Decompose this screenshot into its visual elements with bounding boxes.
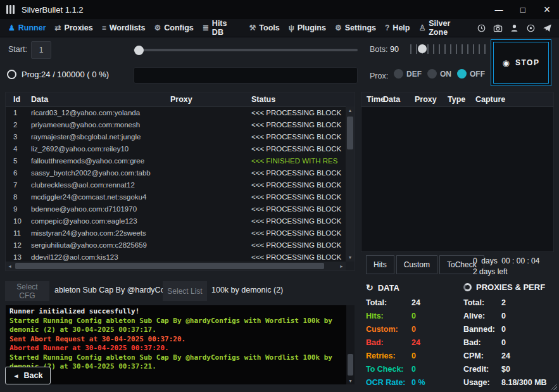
table-row[interactable]: 1 ricard03_12@yahoo.com:yolanda <<< PROC… <box>6 106 346 118</box>
data-table-header: Id Data Proxy Status <box>6 92 355 107</box>
row-id: 13 <box>6 253 31 261</box>
data-stats-list: Total: 24 Hits: 0 Custom: 0 Bad: 24 Retr… <box>366 296 462 389</box>
table-row[interactable]: 8 mcdiggler24@comcast.net:ssgoku4 <<< PR… <box>6 191 346 203</box>
row-id: 6 <box>6 169 31 177</box>
data-table-body: 1 ricard03_12@yahoo.com:yolanda <<< PROC… <box>6 106 346 262</box>
radio-icon <box>457 69 467 79</box>
record-icon: ◉ <box>503 58 510 68</box>
row-id: 4 <box>6 145 31 153</box>
nav-item-configs[interactable]: ⚙ Configs <box>150 19 198 37</box>
select-list-button[interactable]: Select List <box>163 281 207 301</box>
bots-slider-handle[interactable] <box>418 44 427 53</box>
prox-label: Prox: <box>370 72 388 80</box>
row-status: <<< PROCESSING BLOCK <box>251 193 346 201</box>
table-row[interactable]: 2 priyameenu@yahoo.com:monesh <<< PROCES… <box>6 118 346 130</box>
row-status: <<< PROCESSING BLOCK <box>251 241 346 249</box>
nav-item-settings[interactable]: ⚙ Settings <box>330 19 380 37</box>
log-line: Aborted Runner at 30-04-2025 00:37:20. <box>9 344 343 353</box>
minimize-button[interactable]: — <box>487 0 511 19</box>
prox-on-radio[interactable]: ON <box>427 69 451 79</box>
nav-item-proxies[interactable]: ⇄ Proxies <box>51 19 97 37</box>
stat-label: OCR Rate: <box>366 378 411 387</box>
hits-tabs: Hits Custom ToCheck <box>366 255 484 274</box>
table-row[interactable]: 4 liz_2692@yahoo.com:reiley10 <<< PROCES… <box>6 142 346 155</box>
stop-button[interactable]: ◉ STOP <box>493 42 549 84</box>
scroll-right-icon[interactable]: ► <box>337 262 346 270</box>
stat-label: Credit: <box>463 365 501 374</box>
table-row[interactable]: 7 clubreckless@aol.com:rennat12 <<< PROC… <box>6 179 346 191</box>
start-label: Start: <box>8 45 27 54</box>
row-status: <<< PROCESSING BLOCK <box>251 121 346 129</box>
hits-table: Time Data Proxy Type Capture <box>361 92 554 252</box>
stat-label: To Check: <box>366 365 411 374</box>
horizontal-scroll-thumb[interactable] <box>15 263 324 269</box>
nav-item-runner[interactable]: ♟ Runner <box>4 19 51 37</box>
log-scroll-thumb[interactable] <box>348 354 353 376</box>
nav-item-help[interactable]: ? Help <box>380 19 414 37</box>
scroll-up-icon[interactable]: ▲ <box>346 106 355 115</box>
main-slider-track[interactable] <box>134 49 358 51</box>
horizontal-scrollbar[interactable]: ◄ ► <box>6 262 346 270</box>
nav-item-wordlists[interactable]: ≡ Wordlists <box>97 19 150 37</box>
table-row[interactable]: 10 compepic@yahoo.com:eagle123 <<< PROCE… <box>6 215 346 227</box>
nav-item-plugins[interactable]: ψ Plugins <box>284 19 330 37</box>
main-slider-handle[interactable] <box>134 46 144 55</box>
perf-stats-header: PROXIES & PERF <box>463 282 545 292</box>
camera-icon[interactable] <box>492 22 503 34</box>
start-input[interactable] <box>31 41 51 59</box>
table-row[interactable]: 12 sergiuhiliuta@yahoo.com:c2825659 <<< … <box>6 239 346 251</box>
tab-hits[interactable]: Hits <box>366 255 394 274</box>
stat-label: CPM: <box>463 351 501 360</box>
row-data: mcdiggler24@comcast.net:ssgoku4 <box>31 193 170 201</box>
stat-value: 0 <box>411 325 416 334</box>
user-icon[interactable] <box>508 22 520 34</box>
stat-label: Usage: <box>463 378 501 387</box>
log-scrollbar[interactable]: ▼ <box>346 305 355 384</box>
prox-radio-label: OFF <box>470 70 485 79</box>
window-controls: — □ × <box>487 0 559 19</box>
row-id: 9 <box>6 205 31 213</box>
nav-item-label: Hits DB <box>212 19 241 37</box>
row-data: sassy_byotch2002@yahoo.com:tabb <box>31 169 170 177</box>
table-row[interactable]: 6 sassy_byotch2002@yahoo.com:tabb <<< PR… <box>6 167 346 179</box>
data-stats-title: DATA <box>378 283 399 293</box>
scroll-down-icon[interactable]: ▼ <box>346 377 355 384</box>
history-icon[interactable] <box>475 22 487 34</box>
vertical-scrollbar[interactable]: ▲ ▼ <box>346 106 355 262</box>
menu-icon[interactable] <box>6 5 15 14</box>
stat-row: To Check: 0 <box>366 362 462 376</box>
table-row[interactable]: 11 misstyran24@yahoo.com:22sweets <<< PR… <box>6 227 346 239</box>
prox-def-radio[interactable]: DEF <box>394 69 422 79</box>
nav-item-silver-zone[interactable]: ♙ Silver Zone <box>414 19 475 37</box>
row-data: compepic@yahoo.com:eagle123 <box>31 217 170 225</box>
nav-bar: ♟ Runner ⇄ Proxies ≡ Wordlists ⚙ Configs <box>0 19 559 37</box>
progress-bar <box>134 67 358 84</box>
stat-row: CPM: 24 <box>463 349 556 362</box>
telegram-icon[interactable] <box>541 22 553 34</box>
vertical-scroll-thumb[interactable] <box>347 117 353 149</box>
prox-radio-label: ON <box>440 70 451 79</box>
progress-text: Prog:24 / 100000 ( 0 %) <box>22 70 109 79</box>
column-type: Type <box>448 95 475 104</box>
close-button[interactable]: × <box>535 0 559 19</box>
prox-off-radio[interactable]: OFF <box>457 69 485 79</box>
log-line: Runner initialized succesfully! <box>9 307 343 317</box>
select-config-button[interactable]: Select CFG <box>5 281 49 301</box>
row-data: sergiuhiliuta@yahoo.com:c2825659 <box>31 241 170 249</box>
nav-item-label: Settings <box>345 23 376 32</box>
nav-item-hits-db[interactable]: ≣ Hits DB <box>198 19 245 37</box>
table-row[interactable]: 9 bdennoe@yahoo.com:d7101970 <<< PROCESS… <box>6 203 346 215</box>
stat-row: Banned: 0 <box>463 322 556 336</box>
scroll-down-icon[interactable]: ▼ <box>346 253 355 262</box>
table-row[interactable]: 5 falloutthreemods@yahoo.com:gree <<< FI… <box>6 155 346 167</box>
stat-label: Total: <box>366 298 411 307</box>
table-row[interactable]: 13 ddevil122@aol.com:kis123 <<< PROCESSI… <box>6 251 346 262</box>
stat-label: Total: <box>463 298 501 307</box>
table-row[interactable]: 3 raymajester@sbcglobal.net:jungle <<< P… <box>6 130 346 142</box>
target-icon[interactable] <box>525 22 536 34</box>
tab-custom[interactable]: Custom <box>396 255 437 274</box>
scroll-left-icon[interactable]: ◄ <box>6 262 14 270</box>
back-button[interactable]: ◄ Back <box>5 367 51 384</box>
nav-item-tools[interactable]: ⚒ Tools <box>245 19 284 37</box>
maximize-button[interactable]: □ <box>511 0 535 19</box>
